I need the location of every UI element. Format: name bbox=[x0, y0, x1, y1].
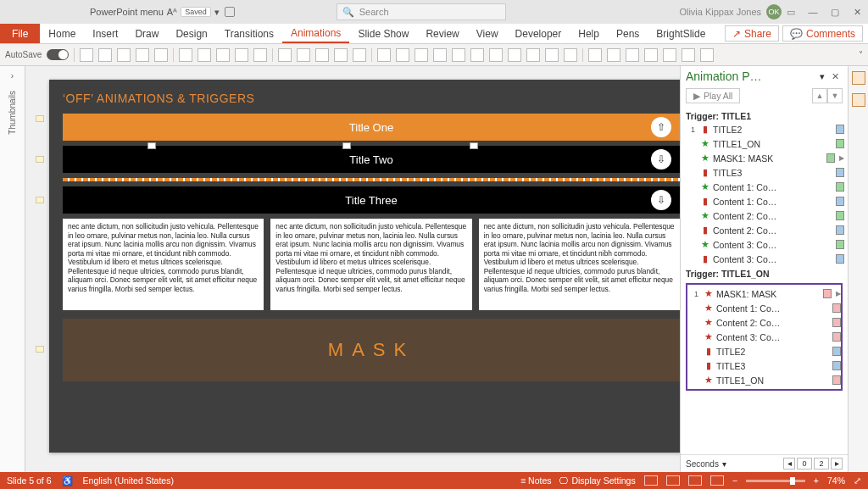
animation-tag[interactable] bbox=[36, 115, 44, 237]
user-area[interactable]: Olivia Kippax Jones OK ▭ bbox=[679, 4, 795, 19]
toolbar-icon[interactable] bbox=[80, 48, 93, 62]
animation-item[interactable]: ▮TITLE3 bbox=[687, 358, 841, 373]
toolbar-icon[interactable] bbox=[136, 48, 149, 62]
close-button[interactable]: ✕ bbox=[851, 7, 863, 18]
close-pane-button[interactable]: ✕ bbox=[828, 71, 843, 81]
display-settings-button[interactable]: 🖵 Display Settings bbox=[559, 475, 635, 486]
animation-list[interactable]: Trigger: TITLE1 1▮TITLE2★TITLE1_ON★MASK1… bbox=[681, 108, 848, 454]
tab-design[interactable]: Design bbox=[167, 24, 215, 43]
tab-developer[interactable]: Developer bbox=[507, 24, 570, 43]
content-col-3[interactable]: nec ante dictum, non sollicitudin justo … bbox=[479, 219, 680, 310]
toolbar-icon[interactable] bbox=[353, 48, 366, 62]
toolbar-icon[interactable] bbox=[278, 48, 292, 62]
tab-file[interactable]: File bbox=[0, 24, 40, 43]
content-col-2[interactable]: nec ante dictum, non sollicitudin justo … bbox=[270, 219, 471, 310]
zoom-level[interactable]: 74% bbox=[827, 475, 845, 486]
toolbar-icon[interactable] bbox=[626, 48, 639, 62]
comments-button[interactable]: 💬Comments bbox=[782, 25, 863, 42]
zoom-out-button[interactable]: − bbox=[732, 475, 737, 486]
toolbar-icon[interactable] bbox=[98, 48, 112, 62]
tab-draw[interactable]: Draw bbox=[126, 24, 167, 43]
autosave-toggle[interactable] bbox=[47, 49, 69, 60]
tab-insert[interactable]: Insert bbox=[84, 24, 126, 43]
slide-canvas[interactable]: ‘OFF’ ANIMATIONS & TRIGGERS Title One ⇧ … bbox=[25, 66, 680, 472]
mask-bar[interactable]: MASK bbox=[63, 319, 680, 381]
tab-view[interactable]: View bbox=[468, 24, 507, 43]
toolbar-icon[interactable] bbox=[315, 48, 329, 62]
tab-review[interactable]: Review bbox=[417, 24, 467, 43]
toolbar-icon[interactable] bbox=[663, 48, 676, 62]
slide[interactable]: ‘OFF’ ANIMATIONS & TRIGGERS Title One ⇧ … bbox=[49, 80, 680, 453]
animation-tag[interactable] bbox=[36, 346, 44, 386]
toolbar-icon[interactable] bbox=[179, 48, 192, 62]
tab-help[interactable]: Help bbox=[570, 24, 608, 43]
animation-tag[interactable] bbox=[342, 142, 351, 149]
toolbar-icon[interactable] bbox=[607, 48, 620, 62]
animation-tag[interactable] bbox=[470, 142, 478, 149]
share-button[interactable]: ↗Share bbox=[725, 25, 779, 42]
notes-button[interactable]: ≡ Notes bbox=[520, 475, 551, 486]
expand-thumbnails-icon[interactable]: › bbox=[11, 71, 14, 81]
rail-icon[interactable] bbox=[852, 71, 865, 85]
toolbar-icon[interactable] bbox=[415, 48, 428, 62]
toolbar-icon[interactable] bbox=[334, 48, 348, 62]
timeline-scroll-left[interactable]: ◂ bbox=[783, 458, 795, 470]
toolbar-icon[interactable] bbox=[489, 48, 503, 62]
toolbar-icon[interactable] bbox=[644, 48, 658, 62]
toolbar-icon[interactable] bbox=[396, 48, 409, 62]
minimize-button[interactable]: — bbox=[807, 7, 819, 18]
toolbar-icon[interactable] bbox=[564, 48, 577, 62]
animation-item[interactable]: ★TITLE1_ON bbox=[684, 136, 844, 151]
view-reading-button[interactable] bbox=[688, 475, 702, 486]
rail-icon[interactable] bbox=[852, 93, 865, 107]
tab-transitions[interactable]: Transitions bbox=[216, 24, 282, 43]
toolbar-icon[interactable] bbox=[470, 48, 484, 62]
zoom-slider[interactable] bbox=[746, 480, 805, 482]
toolbar-icon[interactable] bbox=[154, 48, 168, 62]
toolbar-icon[interactable] bbox=[198, 48, 211, 62]
mic-icon[interactable] bbox=[225, 7, 235, 17]
animation-item[interactable]: ★Content 2: Co… bbox=[684, 208, 844, 223]
title-two-bar[interactable]: Title Two ⇩ bbox=[63, 146, 680, 173]
animation-item[interactable]: ★Content 1: Co… bbox=[684, 180, 844, 194]
animation-item[interactable]: 1▮TITLE2 bbox=[684, 122, 844, 136]
animation-item[interactable]: ▮Content 3: Co… bbox=[684, 252, 844, 266]
tab-animations[interactable]: Animations bbox=[282, 24, 349, 43]
dropdown-caret-icon[interactable]: ▾ bbox=[214, 7, 220, 18]
tab-pens[interactable]: Pens bbox=[608, 24, 648, 43]
maximize-button[interactable]: ▢ bbox=[829, 7, 841, 18]
tab-slideshow[interactable]: Slide Show bbox=[349, 24, 417, 43]
slide-counter[interactable]: Slide 5 of 6 bbox=[7, 475, 52, 486]
ribbon-display-icon[interactable]: ▭ bbox=[787, 7, 795, 18]
toolbar-icon[interactable] bbox=[117, 48, 131, 62]
toolbar-icon[interactable] bbox=[526, 48, 540, 62]
animation-item[interactable]: ▮Content 1: Co… bbox=[684, 194, 844, 208]
expand-caret-icon[interactable]: ▶ bbox=[836, 290, 841, 297]
animation-item[interactable]: ★Content 1: Co… bbox=[687, 301, 841, 315]
toolbar-icon[interactable] bbox=[588, 48, 602, 62]
toolbar-icon[interactable] bbox=[297, 48, 310, 62]
language-status[interactable]: English (United States) bbox=[83, 475, 174, 486]
animation-item[interactable]: 1★MASK1: MASK▶ bbox=[687, 286, 841, 301]
toolbar-icon[interactable] bbox=[452, 48, 465, 62]
search-input[interactable]: 🔍 Search bbox=[337, 3, 506, 20]
animation-item[interactable]: ★TITLE1_ON bbox=[687, 373, 841, 387]
view-sorter-button[interactable] bbox=[666, 475, 680, 486]
toolbar-icon[interactable] bbox=[377, 48, 391, 62]
animation-item[interactable]: ★MASK1: MASK▶ bbox=[684, 151, 844, 165]
toolbar-icon[interactable] bbox=[700, 48, 714, 62]
animation-item[interactable]: ▮TITLE3 bbox=[684, 165, 844, 180]
selected-animation-group[interactable]: 1★MASK1: MASK▶★Content 1: Co…★Content 2:… bbox=[686, 283, 843, 391]
animation-item[interactable]: ★Content 3: Co… bbox=[687, 330, 841, 344]
toolbar-icon[interactable] bbox=[682, 48, 695, 62]
toolbar-icon[interactable] bbox=[508, 48, 521, 62]
view-slideshow-button[interactable] bbox=[710, 475, 724, 486]
thumbnail-rail[interactable]: › Thumbnails bbox=[0, 66, 25, 472]
animation-item[interactable]: ▮TITLE2 bbox=[687, 344, 841, 358]
animation-item[interactable]: ★Content 2: Co… bbox=[687, 315, 841, 330]
toolbar-icon[interactable] bbox=[545, 48, 559, 62]
play-all-button[interactable]: ▶Play All bbox=[686, 88, 740, 103]
arrow-down-icon[interactable]: ⇩ bbox=[651, 190, 671, 210]
expand-caret-icon[interactable]: ▶ bbox=[839, 154, 844, 162]
zoom-in-button[interactable]: + bbox=[814, 475, 819, 486]
